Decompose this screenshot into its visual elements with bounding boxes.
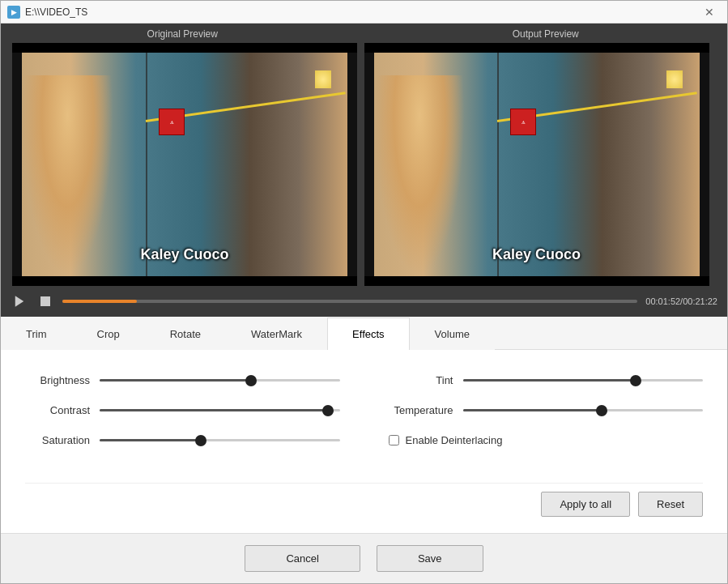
contrast-row: Contrast [25,404,340,416]
contrast-thumb[interactable] [322,405,334,416]
apply-all-button[interactable]: Apply to all [541,492,630,517]
out-person-left [374,75,466,276]
title-bar: ▶ E:\\VIDEO_TS ✕ [1,1,727,23]
original-preview-label: Original Preview [1,23,364,43]
temperature-slider[interactable] [463,409,704,411]
original-preview-pane: Original Preview ⚠ [1,23,364,286]
tab-rotate[interactable]: Rotate [145,318,226,350]
output-video-content: ⚠ Kaley Cuoco [364,43,709,286]
original-caption: Kaley Cuoco [140,246,228,263]
out-door-frame [497,53,499,276]
temperature-row: Temperature [389,404,704,416]
save-button[interactable]: Save [377,545,483,572]
person-left [22,75,113,276]
brightness-slider[interactable] [100,379,340,382]
light [315,70,331,88]
title-bar-left: ▶ E:\\VIDEO_TS [7,6,87,19]
main-window: ▶ E:\\VIDEO_TS ✕ Original Preview [0,0,728,584]
window-title: E:\\VIDEO_TS [25,6,87,18]
scene-content: ⚠ [22,53,347,276]
effects-left-column: Brightness Contrast Saturation [25,374,340,475]
progress-bar[interactable] [62,300,637,303]
app-icon: ▶ [7,6,20,19]
tint-row: Tint [389,374,704,386]
out-scene-content: ⚠ [374,53,700,276]
deinterlacing-label[interactable]: Enable Deinterlacing [406,434,503,446]
contrast-slider[interactable] [100,409,340,411]
door-frame [146,53,147,276]
footer-section: Cancel Save [1,533,727,583]
cancel-button[interactable]: Cancel [245,545,360,572]
tint-label: Tint [389,374,453,386]
tab-effects[interactable]: Effects [327,318,410,350]
saturation-thumb[interactable] [195,435,206,446]
out-light [666,70,683,88]
temperature-label: Temperature [389,404,453,416]
tab-crop[interactable]: Crop [72,318,145,350]
effects-content: Brightness Contrast Saturation [25,366,703,483]
reset-button[interactable]: Reset [638,492,703,517]
contrast-fill [100,409,328,411]
temperature-fill [463,409,602,411]
brightness-label: Brightness [25,374,90,386]
out-sign: ⚠ [510,109,536,135]
time-display: 00:01:52/00:21:22 [645,296,717,306]
tint-fill [463,379,636,382]
svg-rect-1 [40,296,50,306]
close-button[interactable]: ✕ [698,4,721,20]
out-scene-bottom-bar [364,276,709,286]
enable-deinterlacing-checkbox[interactable] [389,435,399,445]
out-scene-top-bar [364,43,709,53]
saturation-row: Saturation [25,434,340,446]
preview-section: Original Preview ⚠ [1,23,727,286]
brightness-row: Brightness [25,374,340,386]
effects-panel: Brightness Contrast Saturation [1,350,727,533]
scene-top-bar [12,43,357,53]
saturation-label: Saturation [25,434,90,446]
saturation-fill [100,439,201,441]
play-icon [12,294,27,309]
output-caption: Kaley Cuoco [492,246,581,263]
saturation-slider[interactable] [100,439,340,441]
output-video-frame: ⚠ Kaley Cuoco [364,43,709,286]
stop-icon [38,294,53,309]
play-button[interactable] [11,292,28,310]
effects-right-column: Tint Temperature En [389,374,704,475]
output-preview-label: Output Preview [364,23,728,43]
output-preview-pane: Output Preview ⚠ Kaley Cuoco [364,23,728,286]
scene-bottom-bar [12,276,357,286]
tint-thumb[interactable] [630,375,641,386]
original-video-frame: ⚠ Kaley Cuoco [12,43,357,286]
brightness-fill [100,379,251,382]
temperature-thumb[interactable] [596,405,607,416]
tab-watermark[interactable]: WaterMark [226,318,327,350]
tabs-bar: Trim Crop Rotate WaterMark Effects Volum… [1,317,727,350]
stop-button[interactable] [36,292,54,310]
controls-bar: 00:01:52/00:21:22 [1,286,727,317]
brightness-thumb[interactable] [245,375,257,386]
deinterlacing-row: Enable Deinterlacing [389,434,704,446]
sign: ⚠ [159,109,185,135]
progress-fill [62,300,137,303]
original-video-content: ⚠ Kaley Cuoco [12,43,357,286]
contrast-label: Contrast [25,404,90,416]
tab-volume[interactable]: Volume [410,318,495,350]
svg-marker-0 [15,296,24,307]
tab-trim[interactable]: Trim [1,318,72,350]
tint-slider[interactable] [463,379,704,382]
effects-actions: Apply to all Reset [25,483,703,517]
